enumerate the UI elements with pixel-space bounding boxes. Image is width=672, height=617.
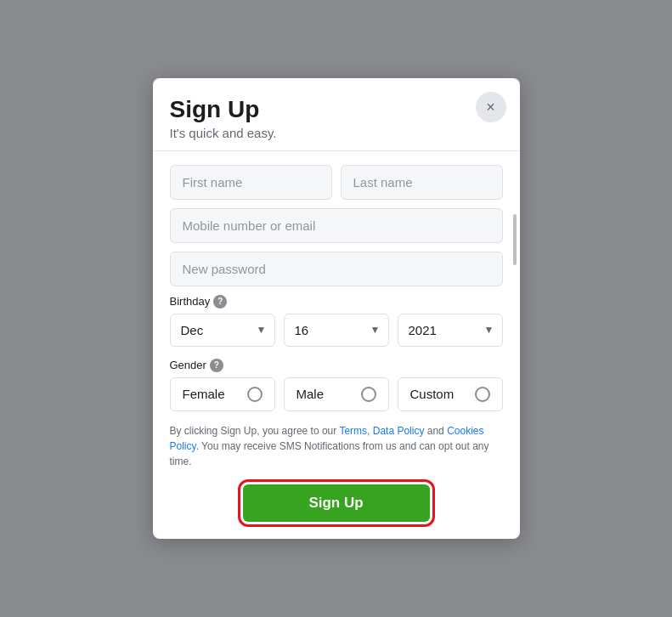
birthday-label: Birthday ?	[170, 295, 503, 308]
gender-male-label: Male	[296, 387, 325, 401]
terms-text-after: . You may receive SMS Notifications from…	[170, 440, 489, 467]
modal-overlay: Sign Up It's quick and easy. × Birthday	[0, 0, 672, 617]
birthday-selects: Jan Feb Mar Apr May Jun Jul Aug Sep Oct …	[170, 314, 503, 347]
birthday-help-icon[interactable]: ?	[213, 295, 227, 308]
gender-female-option[interactable]: Female	[170, 377, 275, 411]
gender-custom-radio	[475, 387, 490, 402]
first-name-input[interactable]	[170, 165, 332, 200]
gender-female-label: Female	[183, 387, 225, 401]
last-name-input[interactable]	[341, 165, 503, 200]
name-row	[170, 165, 503, 200]
day-select-wrapper: 1 2 3 4 5 6 7 8 9 10 11 12 13	[284, 314, 389, 347]
year-select-wrapper: 2024 2023 2022 2021 2020 2015 2010 2005 …	[398, 314, 503, 347]
day-select[interactable]: 1 2 3 4 5 6 7 8 9 10 11 12 13	[284, 314, 389, 347]
mobile-email-input[interactable]	[170, 208, 503, 243]
gender-label: Gender ?	[170, 359, 503, 372]
month-select-wrapper: Jan Feb Mar Apr May Jun Jul Aug Sep Oct …	[170, 314, 275, 347]
gender-male-radio	[361, 387, 376, 402]
modal-subtitle: It's quick and easy.	[170, 126, 503, 140]
modal-header: Sign Up It's quick and easy. ×	[153, 78, 520, 151]
signup-btn-wrapper: Sign Up	[170, 484, 503, 522]
terms-text-before: By clicking Sign Up, you agree to our	[170, 425, 340, 437]
scrollbar	[513, 214, 517, 265]
gender-options: Female Male Custom	[170, 377, 503, 411]
close-button[interactable]: ×	[476, 92, 506, 122]
gender-custom-option[interactable]: Custom	[398, 377, 503, 411]
gender-female-radio	[247, 387, 263, 402]
signup-modal: Sign Up It's quick and easy. × Birthday	[153, 78, 520, 539]
terms-link[interactable]: Terms	[339, 425, 367, 437]
birthday-section: Birthday ? Jan Feb Mar Apr May Jun Jul	[170, 295, 503, 347]
year-select[interactable]: 2024 2023 2022 2021 2020 2015 2010 2005 …	[398, 314, 503, 347]
password-input[interactable]	[170, 252, 503, 286]
gender-section: Gender ? Female Male Custom	[170, 359, 503, 411]
terms-text: By clicking Sign Up, you agree to our Te…	[170, 423, 503, 469]
gender-male-option[interactable]: Male	[284, 377, 389, 411]
modal-title: Sign Up	[170, 95, 503, 124]
password-row	[170, 252, 503, 286]
terms-comma: ,	[367, 425, 373, 437]
data-policy-link[interactable]: Data Policy	[373, 425, 425, 437]
mobile-email-row	[170, 208, 503, 243]
gender-help-icon[interactable]: ?	[210, 359, 223, 372]
month-select[interactable]: Jan Feb Mar Apr May Jun Jul Aug Sep Oct …	[170, 314, 275, 347]
modal-body: Birthday ? Jan Feb Mar Apr May Jun Jul	[153, 151, 520, 539]
signup-button[interactable]: Sign Up	[243, 484, 430, 522]
gender-custom-label: Custom	[410, 387, 455, 401]
terms-and: and	[424, 425, 447, 437]
